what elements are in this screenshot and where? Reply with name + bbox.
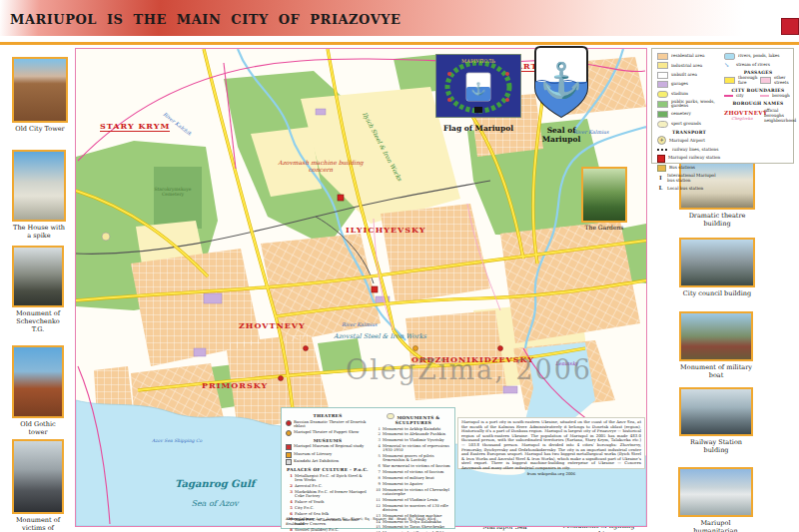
monument-item: 1 Monument to Arkhip Kuindzhi (374, 427, 453, 431)
old-gothic-tower-image (12, 345, 64, 418)
label-taganrog-gulf: Taganrog Gulf Sea of Azov (160, 472, 270, 510)
monument-number: 10 (374, 488, 381, 497)
banner-corner-mark (781, 18, 799, 35)
palace-label: Metallurgist P.o.C. of Ilyich Steel & Ir… (295, 474, 370, 483)
museum-icon (286, 452, 292, 458)
photo-caption: Old Gothic tower (12, 418, 64, 436)
legend-item: other streets (760, 76, 792, 85)
palace-label: Azovstal P.o.C. (295, 484, 323, 488)
monument-number: 11 (374, 498, 381, 502)
palace-number: 6 (286, 512, 293, 516)
photo-caption: City council building (679, 287, 755, 297)
legend-boundaries: city borough (724, 94, 792, 98)
label-azovmash-concern: Azovmash machine building concern (276, 159, 366, 173)
palace-number: 4 (286, 500, 293, 504)
photo-house-with-spike: The House with a spike (12, 150, 66, 240)
museum-icon (286, 444, 292, 450)
museum-label: Kuindzhi Art Exhibition (294, 459, 339, 465)
photo-railway-station: Railway Station bulding (679, 387, 753, 454)
museum-item: Kuindzhi Art Exhibition (286, 459, 370, 465)
city-council-image (679, 238, 755, 287)
legend-item-label: sport grounds (671, 122, 701, 126)
legend-item: rivers, ponds, lakes (724, 53, 792, 60)
old-city-tower-image (12, 57, 68, 123)
palace-number: 2 (286, 484, 293, 488)
monument-label: Monument to Aleksandr Pushkin (383, 432, 445, 436)
photo-caption: Monument of military boat (679, 361, 753, 379)
monument-label: Monument to Apatov (383, 482, 423, 486)
monument-item: 4 Memorial to victims of repressions 193… (374, 444, 453, 453)
monument-number: 4 (374, 444, 381, 453)
railway-station-image (679, 387, 753, 436)
legend-swatch (657, 111, 668, 118)
svg-text:МАРІУПОЛЬ: МАРІУПОЛЬ (461, 58, 495, 64)
transport-icon (657, 155, 665, 163)
legend-item-label: stadium (671, 92, 688, 96)
borough-example: ZHOVTNEVY Cheglovka (724, 110, 760, 121)
museum-item: Museum of Literary (286, 452, 370, 458)
legend-item: borough (760, 94, 792, 98)
legend-item-label: International Mariupol bus station (667, 174, 721, 183)
theatre-label: Mariupol Theatre of Puppet Show (294, 430, 359, 436)
map-legend: residential area industrial area unbuilt… (651, 48, 794, 164)
monument-item: 12 Monument to warriors of 130 rifle div… (374, 504, 453, 513)
monument-number: 15 (374, 525, 381, 529)
photo-city-council: City council building (679, 238, 755, 297)
legend-item: Local bus station (657, 186, 721, 193)
transport-icon (657, 136, 666, 145)
palace-item: 1 Metallurgist P.o.C. of Ilyich Steel & … (286, 474, 370, 483)
photo-caption: Dramatic theatre building (679, 210, 755, 228)
legend-item: unbuilt area (657, 72, 721, 79)
legend-item: Mariupol Airport (657, 136, 721, 145)
legend-item-label: rivers, ponds, lakes (738, 54, 779, 58)
monuments-header-text: MONUMENTS & SCULPTURES (396, 415, 440, 425)
monument-number: 9 (374, 482, 381, 486)
seal-of-mariupol: ⚓ Seal of Mariupol (530, 46, 592, 144)
legend-swatch (657, 72, 668, 79)
monument-item: 2 Monument to Aleksandr Pushkin (374, 432, 453, 436)
legend-item-label: Local bus station (667, 187, 703, 191)
legend-item-label: industrial area (671, 64, 702, 68)
palace-item: 8 Stroitel (Builder) P.o.C. (286, 528, 370, 532)
museum-item: Mariupol Museum of Regional study (286, 444, 370, 450)
monument-label: Memorial to victims of repressions 1930-… (383, 444, 453, 453)
monument-item: 7 Monument of victims of fascism (374, 470, 453, 474)
other-streets-swatch (760, 77, 771, 84)
city-boundary-swatch (724, 95, 733, 97)
abbreviations: Abbreviations: Ave - Avenue; Str - Stree… (286, 517, 452, 526)
monument-number: 2 (374, 432, 381, 436)
palace-number: 3 (286, 490, 293, 499)
legend-item: garages (657, 81, 721, 88)
monument-item: 11 Monument of Vladimir Lenin (374, 498, 453, 502)
divider-rule (0, 42, 799, 45)
monument-label: Monument to warriors of 130 rifle divisi… (383, 504, 453, 513)
monument-label: Monument to Arkhip Kuindzhi (383, 427, 440, 431)
monument-label: Monument to Taras Shevchenko (383, 525, 444, 529)
photo-old-gothic-tower: Old Gothic tower (12, 345, 64, 436)
legend-item-label: public parks, woods, gardens (671, 100, 721, 109)
page-title: MARIUPOL IS THE MAIN CITY OF PRIAZOVYE (0, 0, 799, 27)
monument-label: War memorial to victims of fascism (383, 464, 450, 468)
monument-number: 1 (374, 427, 381, 431)
monument-label: Monument to Vladimir Vysotsky (383, 438, 444, 442)
palaces-header: PALACES OF CULTURE - P.o.C. (286, 467, 370, 472)
monuments-header: MONUMENTS & SCULPTURES (374, 413, 453, 425)
legend-swatch (657, 53, 668, 60)
legend-item: stream of rivers (724, 62, 792, 67)
photo-caption: Monument of victims of fascism (12, 514, 64, 532)
legend-item: stadium (657, 91, 721, 98)
monument-item: 10 Monument to victims of Chernobyl cata… (374, 488, 453, 497)
district-label-stary-krym: STARY KRYM (100, 121, 170, 132)
legend-area-items: residential area industrial area unbuilt… (657, 53, 721, 128)
sights-info-box: THEATRES Russian Dramatic Theatre of Don… (281, 407, 455, 529)
watermark: OlegZima, 2006 (346, 354, 592, 385)
legend-item: cemetery (657, 111, 721, 118)
legend-item-label: stream of rivers (736, 63, 770, 67)
legend-borough-example: ZHOVTNEVY Cheglovka official boroughs ne… (724, 108, 792, 124)
legend-item-label: borough (772, 94, 790, 98)
shevchenko-monument-image (12, 246, 64, 307)
humanitarian-university-image (678, 467, 753, 517)
monument-label: Monument of victims of fascism (383, 470, 443, 474)
district-label-ilyichyevsky: ILYICHYEVSKY (346, 225, 425, 235)
legend-swatch (657, 91, 668, 98)
